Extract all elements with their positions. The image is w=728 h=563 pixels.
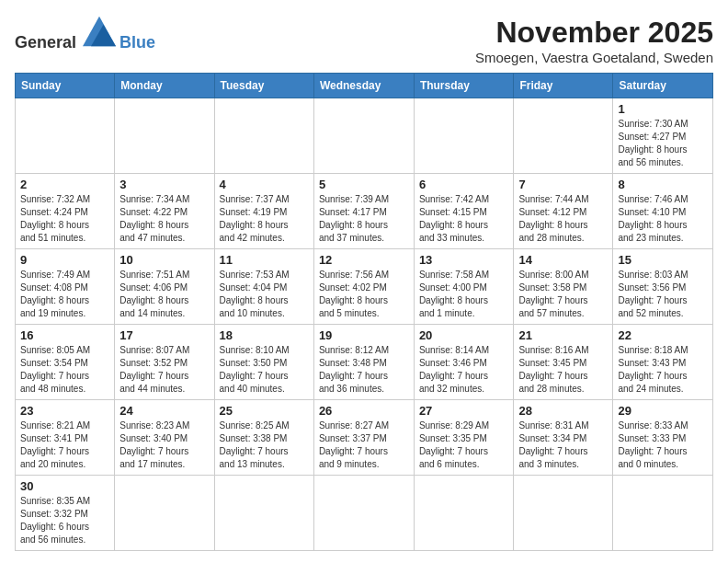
day-info: Sunrise: 7:39 AM Sunset: 4:17 PM Dayligh… [319,193,409,245]
calendar-week-row: 30Sunrise: 8:35 AM Sunset: 3:32 PM Dayli… [16,476,713,551]
calendar-day-cell: 5Sunrise: 7:39 AM Sunset: 4:17 PM Daylig… [313,174,414,249]
calendar-week-row: 16Sunrise: 8:05 AM Sunset: 3:54 PM Dayli… [16,325,713,400]
calendar-day-cell [514,476,613,551]
calendar-day-cell [313,476,414,551]
day-info: Sunrise: 7:44 AM Sunset: 4:12 PM Dayligh… [518,193,608,245]
calendar-day-cell: 14Sunrise: 8:00 AM Sunset: 3:58 PM Dayli… [514,249,613,325]
calendar-day-cell: 15Sunrise: 8:03 AM Sunset: 3:56 PM Dayli… [613,249,713,325]
day-info: Sunrise: 7:42 AM Sunset: 4:15 PM Dayligh… [419,193,509,245]
logo-icon [83,15,116,48]
day-number: 6 [419,178,509,191]
calendar-day-cell: 4Sunrise: 7:37 AM Sunset: 4:19 PM Daylig… [214,174,313,249]
logo-blue-text: Blue [119,33,155,52]
day-info: Sunrise: 8:29 AM Sunset: 3:35 PM Dayligh… [419,419,509,471]
calendar-day-cell [613,476,713,551]
day-number: 19 [319,328,409,342]
day-info: Sunrise: 7:56 AM Sunset: 4:02 PM Dayligh… [319,269,409,320]
calendar-header-row: SundayMondayTuesdayWednesdayThursdayFrid… [16,74,713,98]
day-info: Sunrise: 8:07 AM Sunset: 3:52 PM Dayligh… [119,344,209,396]
title-area: November 2025 Smoegen, Vaestra Goetaland… [475,15,713,65]
calendar-day-cell [214,98,313,174]
day-info: Sunrise: 8:35 AM Sunset: 3:32 PM Dayligh… [20,495,109,546]
calendar-day-cell: 18Sunrise: 8:10 AM Sunset: 3:50 PM Dayli… [214,325,313,400]
day-of-week-header: Monday [115,74,214,98]
calendar-day-cell [313,98,414,174]
day-number: 2 [20,178,109,191]
day-number: 7 [518,178,608,191]
day-number: 27 [419,404,509,418]
day-info: Sunrise: 7:58 AM Sunset: 4:00 PM Dayligh… [419,269,509,320]
calendar-day-cell: 1Sunrise: 7:30 AM Sunset: 4:27 PM Daylig… [613,98,713,174]
day-info: Sunrise: 8:25 AM Sunset: 3:38 PM Dayligh… [220,419,309,471]
day-number: 24 [119,404,209,418]
calendar-day-cell: 19Sunrise: 8:12 AM Sunset: 3:48 PM Dayli… [313,325,414,400]
day-of-week-header: Tuesday [214,74,313,98]
day-info: Sunrise: 8:16 AM Sunset: 3:45 PM Dayligh… [518,344,608,396]
logo-text: General [15,33,76,52]
day-info: Sunrise: 8:14 AM Sunset: 3:46 PM Dayligh… [419,344,509,396]
calendar-day-cell [115,98,214,174]
calendar-day-cell [414,98,514,174]
day-info: Sunrise: 8:21 AM Sunset: 3:41 PM Dayligh… [20,419,109,471]
calendar-day-cell: 20Sunrise: 8:14 AM Sunset: 3:46 PM Dayli… [414,325,514,400]
day-of-week-header: Friday [514,74,613,98]
calendar-day-cell: 13Sunrise: 7:58 AM Sunset: 4:00 PM Dayli… [414,249,514,325]
month-title: November 2025 [475,15,713,50]
day-number: 13 [419,253,509,267]
day-number: 3 [119,178,209,191]
calendar-week-row: 9Sunrise: 7:49 AM Sunset: 4:08 PM Daylig… [16,249,713,325]
day-info: Sunrise: 7:53 AM Sunset: 4:04 PM Dayligh… [220,269,309,320]
day-info: Sunrise: 8:03 AM Sunset: 3:56 PM Dayligh… [618,269,708,320]
calendar-day-cell: 17Sunrise: 8:07 AM Sunset: 3:52 PM Dayli… [115,325,214,400]
calendar-day-cell: 10Sunrise: 7:51 AM Sunset: 4:06 PM Dayli… [115,249,214,325]
day-info: Sunrise: 7:34 AM Sunset: 4:22 PM Dayligh… [119,193,209,245]
day-number: 8 [618,178,708,191]
calendar-day-cell [16,98,115,174]
day-number: 22 [618,328,708,342]
calendar-day-cell: 3Sunrise: 7:34 AM Sunset: 4:22 PM Daylig… [115,174,214,249]
calendar-day-cell: 9Sunrise: 7:49 AM Sunset: 4:08 PM Daylig… [16,249,115,325]
day-number: 20 [419,328,509,342]
day-info: Sunrise: 8:00 AM Sunset: 3:58 PM Dayligh… [518,269,608,320]
calendar-day-cell [414,476,514,551]
day-number: 1 [618,102,708,116]
day-number: 15 [618,253,708,267]
calendar-day-cell: 26Sunrise: 8:27 AM Sunset: 3:37 PM Dayli… [313,400,414,476]
day-info: Sunrise: 8:10 AM Sunset: 3:50 PM Dayligh… [220,344,309,396]
day-info: Sunrise: 7:49 AM Sunset: 4:08 PM Dayligh… [20,269,109,320]
calendar-day-cell [514,98,613,174]
calendar-day-cell: 11Sunrise: 7:53 AM Sunset: 4:04 PM Dayli… [214,249,313,325]
day-number: 4 [220,178,309,191]
calendar-day-cell: 23Sunrise: 8:21 AM Sunset: 3:41 PM Dayli… [16,400,115,476]
calendar-day-cell: 8Sunrise: 7:46 AM Sunset: 4:10 PM Daylig… [613,174,713,249]
calendar-week-row: 1Sunrise: 7:30 AM Sunset: 4:27 PM Daylig… [16,98,713,174]
location-title: Smoegen, Vaestra Goetaland, Sweden [475,50,713,65]
calendar-day-cell: 2Sunrise: 7:32 AM Sunset: 4:24 PM Daylig… [16,174,115,249]
logo: General Blue [15,15,155,53]
day-number: 21 [518,328,608,342]
day-of-week-header: Wednesday [313,74,414,98]
day-number: 9 [20,253,109,267]
calendar-week-row: 2Sunrise: 7:32 AM Sunset: 4:24 PM Daylig… [16,174,713,249]
calendar-day-cell [115,476,214,551]
day-of-week-header: Sunday [16,74,115,98]
day-info: Sunrise: 8:27 AM Sunset: 3:37 PM Dayligh… [319,419,409,471]
calendar-day-cell: 27Sunrise: 8:29 AM Sunset: 3:35 PM Dayli… [414,400,514,476]
day-of-week-header: Saturday [613,74,713,98]
day-info: Sunrise: 7:32 AM Sunset: 4:24 PM Dayligh… [20,193,109,245]
calendar-day-cell: 28Sunrise: 8:31 AM Sunset: 3:34 PM Dayli… [514,400,613,476]
calendar-day-cell: 25Sunrise: 8:25 AM Sunset: 3:38 PM Dayli… [214,400,313,476]
day-number: 18 [220,328,309,342]
calendar-day-cell: 30Sunrise: 8:35 AM Sunset: 3:32 PM Dayli… [16,476,115,551]
day-info: Sunrise: 7:30 AM Sunset: 4:27 PM Dayligh… [618,118,708,169]
day-info: Sunrise: 7:37 AM Sunset: 4:19 PM Dayligh… [220,193,309,245]
calendar-day-cell: 21Sunrise: 8:16 AM Sunset: 3:45 PM Dayli… [514,325,613,400]
calendar-day-cell: 12Sunrise: 7:56 AM Sunset: 4:02 PM Dayli… [313,249,414,325]
day-info: Sunrise: 7:46 AM Sunset: 4:10 PM Dayligh… [618,193,708,245]
day-number: 28 [518,404,608,418]
day-number: 30 [20,479,109,493]
calendar-day-cell: 6Sunrise: 7:42 AM Sunset: 4:15 PM Daylig… [414,174,514,249]
day-info: Sunrise: 7:51 AM Sunset: 4:06 PM Dayligh… [119,269,209,320]
day-number: 23 [20,404,109,418]
day-number: 14 [518,253,608,267]
